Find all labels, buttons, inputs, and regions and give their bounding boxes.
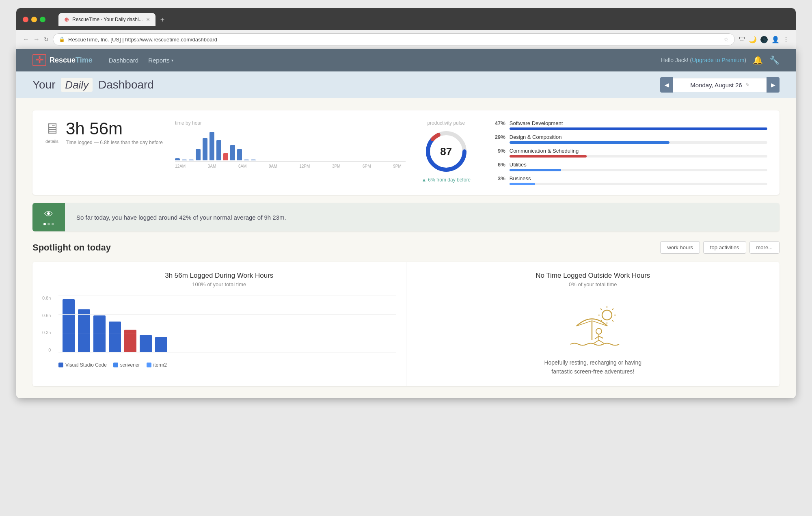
daily-label: Daily [61,78,93,92]
bar-chart-work [58,296,396,352]
time-label-9am: 9AM [269,164,277,168]
nav-logo: ✛ RescueTime [32,54,93,66]
svg-line-9 [612,320,613,322]
date-navigation: ◀ Monday, August 26 ✎ ▶ [660,77,780,93]
svg-line-17 [594,340,599,343]
details-link[interactable]: details [45,139,58,144]
time-label-3am: 3AM [208,164,216,168]
tab-more[interactable]: more... [749,241,780,254]
legend-2: scrivener [113,362,140,368]
refresh-button[interactable]: ↻ [44,36,49,43]
extension-icon-1[interactable]: 🛡 [739,36,745,43]
nav-dashboard-link[interactable]: Dashboard [109,57,138,64]
category-row-design: 29% Design & Composition [491,134,767,144]
nav-reports-link[interactable]: Reports ▾ [148,57,173,64]
category-bar-4 [510,169,561,171]
category-bar-5 [510,183,536,185]
bar-4 [196,149,201,160]
settings-icon[interactable]: 🔧 [769,55,780,65]
new-tab-button[interactable]: + [156,14,169,26]
insight-text: So far today, you have logged around 42%… [65,203,298,231]
legend-color-3 [147,363,151,367]
close-dot[interactable] [23,17,28,22]
category-name-2: Design & Composition [510,134,562,140]
date-display: Monday, August 26 ✎ [673,78,767,92]
address-bar[interactable]: 🔒 RescueTime, Inc. [US] | https://www.re… [53,33,735,45]
tab-top-activities[interactable]: top activities [703,241,746,254]
time-label-12pm: 12PM [299,164,310,168]
spotlight-section: Spotlight on today work hours top activi… [32,241,780,386]
navbar: ✛ RescueTime Dashboard Reports ▾ Hello J… [16,49,796,71]
category-pct-4: 6% [491,162,505,168]
tab-title: RescueTime - Your Daily dashi... [72,17,143,22]
bar-6 [209,132,214,160]
browser-tab[interactable]: ⊕ RescueTime - Your Daily dashi... ✕ [58,13,155,26]
back-button[interactable]: ← [23,36,29,43]
svg-line-8 [600,309,602,310]
pulse-label: productivity pulse [427,120,465,126]
legend-1: Visual Studio Code [58,362,107,368]
work-chart-subtitle: 100% of your total time [42,281,396,287]
logo-text: RescueTime [50,56,93,65]
nav-right: Hello Jack! (Upgrade to Premium) 🔔 🔧 [661,55,780,65]
total-time-display: 3h 56m [66,120,163,137]
insight-banner: 👁 So far today, you have logged around 4… [32,203,780,231]
forward-button[interactable]: → [33,36,40,43]
time-label-9pm: 9PM [393,164,402,168]
category-row-comms: 9% Communication & Scheduling [491,148,767,158]
legend-color-1 [58,363,63,367]
category-row-utilities: 6% Utilities [491,162,767,171]
category-bar-3 [510,155,587,158]
extension-icon-2[interactable]: 🌙 [749,36,757,43]
bar-10 [237,149,242,160]
profile-icon[interactable]: 👤 [771,36,780,43]
no-work-title: No Time Logged Outside Work Hours [536,272,650,280]
bar-12 [251,160,256,160]
tab-close-icon[interactable]: ✕ [146,17,150,22]
svg-line-18 [599,340,604,343]
work-bar-7 [155,337,167,352]
category-bar-1 [510,127,767,130]
total-time-section: 🖥 details 3h 56m Time logged — 6.8h less… [45,120,163,145]
pulse-chart: 87 [424,129,469,174]
y-label-0: 0 [48,348,51,352]
category-pct-3: 9% [491,148,505,154]
y-axis: 0.8h 0.6h 0.3h 0 [42,296,53,352]
category-row-business: 3% Business [491,175,767,185]
monitor-icon: 🖥 [45,120,59,137]
category-name-4: Utilities [510,162,527,168]
page-title: Your Daily Dashboard [32,78,154,91]
insight-dots [43,223,54,225]
bar-1 [175,158,180,160]
bar-8-red [223,153,228,160]
extension-icon-3[interactable]: 🌑 [760,36,768,43]
spotlight-charts: 3h 56m Logged During Work Hours 100% of … [32,262,780,386]
tab-work-hours[interactable]: work hours [660,241,700,254]
menu-icon[interactable]: ⋮ [783,36,789,43]
bell-icon[interactable]: 🔔 [753,55,763,65]
nav-links: Dashboard Reports ▾ [109,57,173,64]
spotlight-tabs: work hours top activities more... [660,241,780,254]
next-date-button[interactable]: ▶ [767,77,780,93]
prev-date-button[interactable]: ◀ [660,77,673,93]
work-chart-title: 3h 56m Logged During Work Hours [42,272,396,280]
legend-label-3: iterm2 [153,362,167,368]
date-edit-icon: ✎ [745,82,749,88]
minimize-dot[interactable] [31,17,37,22]
insight-icon-area: 👁 [32,203,65,231]
category-name-1: Software Development [510,120,563,126]
maximize-dot[interactable] [40,17,45,22]
bar-7 [216,140,221,160]
bar-2 [182,160,187,160]
legend-label-2: scrivener [120,362,140,368]
bookmark-icon[interactable]: ☆ [723,36,729,43]
work-bar-3 [93,315,106,352]
vacation-text: Hopefully resting, recharging or having … [536,358,650,376]
time-label-6am: 6AM [238,164,247,168]
legend-label-1: Visual Studio Code [65,362,107,368]
svg-point-15 [596,328,602,334]
date-bar: Your Daily Dashboard ◀ Monday, August 26… [16,71,796,98]
dot-inactive-2 [52,223,54,225]
nav-greeting: Hello Jack! (Upgrade to Premium) [661,57,746,63]
upgrade-link[interactable]: Upgrade to Premium [692,57,744,63]
